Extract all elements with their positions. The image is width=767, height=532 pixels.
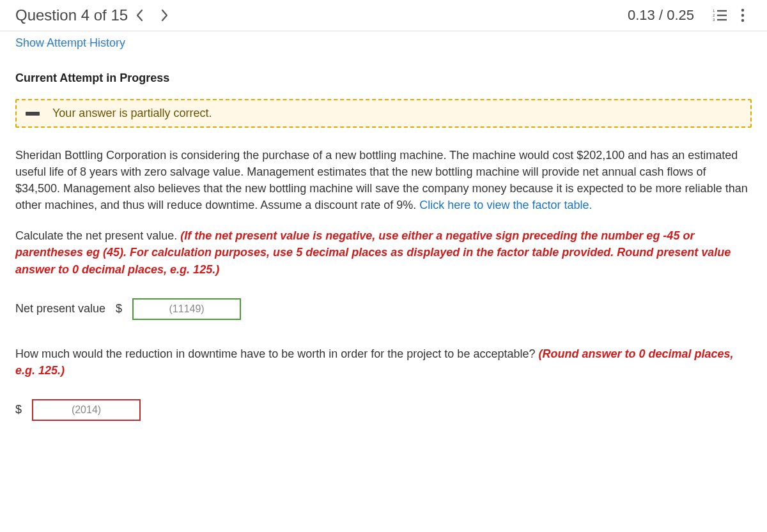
kebab-menu-icon [741, 8, 745, 22]
chevron-left-icon [136, 9, 144, 22]
svg-point-7 [741, 14, 744, 17]
chevron-right-icon [160, 9, 169, 22]
prev-question-button[interactable] [128, 6, 152, 24]
next-question-button[interactable] [152, 6, 176, 24]
score-display: 0.13 / 0.25 [628, 7, 694, 24]
problem-statement: Sheridan Bottling Corporation is conside… [15, 147, 752, 213]
q2-input[interactable]: (2014) [32, 399, 141, 421]
q2-instruction: How much would the reduction in downtime… [15, 346, 752, 379]
feedback-text: Your answer is partially correct. [52, 107, 212, 120]
q2-value: (2014) [72, 404, 101, 416]
numbered-list-icon: 1 2 3 [713, 9, 727, 22]
question-number-label: Question 4 of 15 [15, 6, 128, 24]
factor-table-link[interactable]: Click here to view the factor table. [419, 199, 592, 211]
svg-point-6 [741, 9, 744, 11]
question-header: Question 4 of 15 0.13 / 0.25 1 2 3 [0, 0, 767, 31]
calc-prompt-text: Calculate the net present value. [15, 229, 180, 242]
show-attempt-history-link[interactable]: Show Attempt History [0, 31, 141, 54]
q2-currency-symbol: $ [15, 403, 22, 416]
q2-prompt-text: How much would the reduction in downtime… [15, 347, 538, 360]
svg-text:3: 3 [713, 18, 715, 22]
q2-answer-row: $ (2014) [15, 399, 752, 421]
more-options-button[interactable] [734, 6, 752, 24]
partial-correct-icon [26, 112, 40, 116]
npv-value: (11149) [169, 303, 205, 315]
question-list-button[interactable]: 1 2 3 [711, 6, 729, 24]
svg-point-8 [741, 19, 744, 22]
npv-answer-row: Net present value $ (11149) [15, 298, 752, 320]
current-attempt-heading: Current Attempt in Progress [15, 72, 752, 85]
npv-currency-symbol: $ [116, 302, 122, 315]
calc-instruction: Calculate the net present value. (If the… [15, 227, 752, 277]
problem-body: Sheridan Bottling Corporation is conside… [15, 149, 748, 211]
svg-text:2: 2 [713, 13, 715, 17]
npv-input[interactable]: (11149) [132, 298, 241, 320]
question-content: Current Attempt in Progress Your answer … [0, 54, 767, 462]
feedback-banner: Your answer is partially correct. [15, 99, 752, 128]
npv-label: Net present value [15, 302, 105, 315]
svg-text:1: 1 [713, 9, 715, 13]
